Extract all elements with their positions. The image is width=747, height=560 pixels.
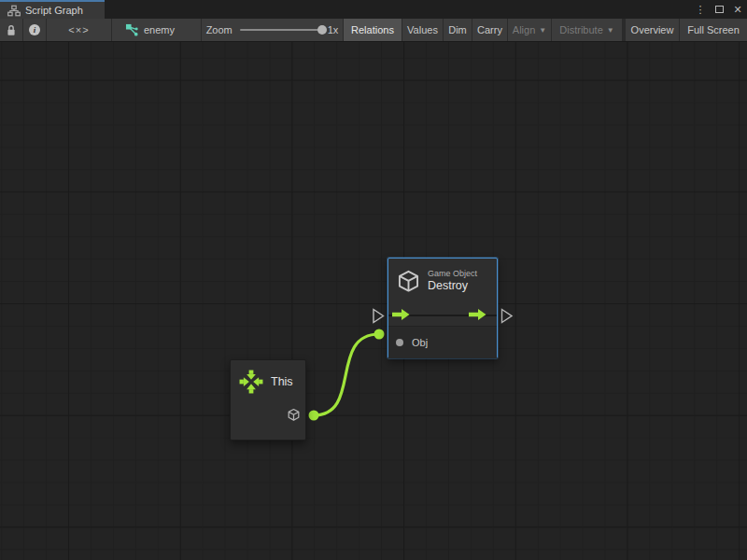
this-output-port[interactable] <box>309 411 319 421</box>
values-button[interactable]: Values <box>402 19 444 41</box>
window-controls: ⋮ ✕ <box>693 0 745 19</box>
obj-port-label: Obj <box>412 337 428 348</box>
zoom-slider-handle[interactable] <box>317 25 327 35</box>
graph-hierarchy-icon <box>7 5 21 17</box>
node-this-header: This <box>231 360 305 403</box>
chevron-down-icon: ▼ <box>607 26 614 35</box>
dim-button[interactable]: Dim <box>444 19 472 41</box>
tab-title: Script Graph <box>25 5 83 16</box>
node-destroy[interactable]: Game Object Destroy Obj <box>388 258 498 358</box>
tab-script-graph[interactable]: Script Graph <box>0 0 105 19</box>
window-titlebar: Script Graph ⋮ ✕ <box>0 0 747 19</box>
chevron-down-icon: ▼ <box>539 26 546 35</box>
graph-asset-icon <box>125 23 139 36</box>
node-title: Destroy <box>428 279 477 293</box>
overview-button[interactable]: Overview <box>623 19 680 41</box>
carry-button[interactable]: Carry <box>472 19 508 41</box>
game-object-cube-icon <box>396 269 421 294</box>
node-category-label: Game Object <box>428 269 477 279</box>
fullscreen-button[interactable]: Full Screen <box>680 19 747 41</box>
connections-mode-button[interactable]: <×> <box>47 19 112 41</box>
relations-button[interactable]: Relations <box>344 19 402 41</box>
graph-canvas[interactable]: Game Object Destroy Obj <box>0 42 747 560</box>
node-destroy-flow-row <box>388 303 497 326</box>
zoom-label: Zoom <box>206 24 233 35</box>
obj-connection-endpoint[interactable] <box>374 329 385 340</box>
this-output-cube-icon[interactable] <box>287 408 301 422</box>
connection-this-to-obj[interactable] <box>309 329 385 421</box>
breadcrumb[interactable]: enemy <box>112 19 202 41</box>
node-title: This <box>271 375 293 388</box>
graph-name-label: enemy <box>144 24 175 35</box>
maximize-icon[interactable] <box>712 2 726 17</box>
angle-x-icon: <×> <box>68 24 89 35</box>
graph-toolbar: i <×> enemy Zoom 1x Relations Values Dim… <box>0 19 747 42</box>
obj-input-port[interactable] <box>396 339 403 346</box>
lock-button[interactable] <box>0 19 23 41</box>
node-destroy-header: Game Object Destroy <box>388 259 497 303</box>
align-dropdown[interactable]: Align ▼ <box>508 19 552 41</box>
window-menu-icon[interactable]: ⋮ <box>693 2 708 17</box>
flow-enter-arrow-icon[interactable] <box>392 308 410 321</box>
zoom-value: 1x <box>328 24 339 35</box>
node-destroy-ports: Obj <box>388 326 497 358</box>
close-icon[interactable]: ✕ <box>730 2 745 17</box>
destroy-flow-input-port[interactable] <box>374 310 384 323</box>
destroy-flow-output-port[interactable] <box>502 310 513 323</box>
distribute-dropdown[interactable]: Distribute ▼ <box>552 19 623 41</box>
info-icon: i <box>29 24 40 35</box>
node-this[interactable]: This <box>230 359 306 441</box>
connections-layer <box>0 42 747 560</box>
lock-icon <box>6 24 17 36</box>
zoom-control: Zoom 1x <box>202 19 344 41</box>
this-converge-arrows-icon <box>239 370 263 394</box>
flow-exit-arrow-icon[interactable] <box>469 308 486 321</box>
zoom-slider[interactable] <box>240 29 322 31</box>
info-button[interactable]: i <box>23 19 47 41</box>
